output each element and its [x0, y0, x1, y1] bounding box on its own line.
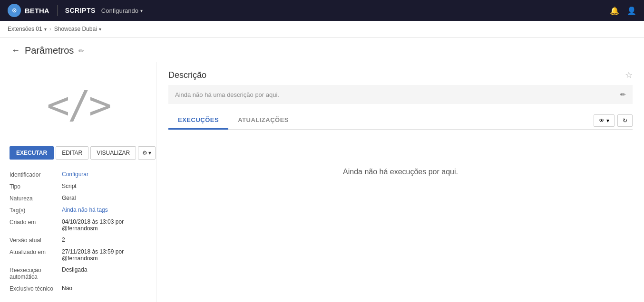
metadata-value-atualizado: 27/11/2018 às 13:59 por @fernandosm	[62, 248, 147, 262]
action-buttons: EXECUTAR EDITAR VISUALIZAR ⚙ ▾	[10, 146, 147, 160]
topbar: ⊙ BETHA SCRIPTS Configurando ▾ 🔔 👤	[0, 0, 644, 21]
tabs: EXECUÇÕES ATUALIZAÇÕES	[168, 112, 298, 129]
metadata-label-identificador: Identificador	[10, 171, 62, 178]
metadata-table: Identificador Configurar Tipo Script Nat…	[10, 171, 147, 292]
tab-atualizacoes[interactable]: ATUALIZAÇÕES	[228, 112, 298, 130]
metadata-value-exclusivo: Não	[62, 285, 147, 292]
metadata-value-criado: 04/10/2018 às 13:03 por @fernandosm	[62, 218, 147, 232]
empty-executions-text: Ainda não há execuções por aqui.	[343, 168, 458, 176]
star-icon[interactable]: ☆	[625, 70, 633, 80]
refresh-button[interactable]: ↻	[617, 114, 633, 127]
script-icon-container: </>	[10, 74, 147, 137]
configurando-chevron: ▾	[140, 8, 143, 13]
metadata-label-versao: Versão atual	[10, 236, 62, 244]
notification-icon[interactable]: 🔔	[610, 6, 619, 15]
visualize-button[interactable]: VISUALIZAR	[90, 146, 136, 160]
metadata-value-reexecucao: Desligada	[62, 266, 147, 273]
metadata-row-criado: Criado em 04/10/2018 às 13:03 por @ferna…	[10, 218, 147, 232]
metadata-row-identificador: Identificador Configurar	[10, 171, 147, 178]
page-title-edit-icon[interactable]: ✏	[78, 47, 84, 55]
logo-text: BETHA	[25, 7, 49, 15]
topbar-divider	[57, 5, 58, 16]
metadata-row-reexecucao: Reexecução automática Desligada	[10, 266, 147, 280]
eye-icon: 👁	[599, 117, 605, 124]
page-header: ← Parâmetros ✏	[0, 38, 644, 62]
metadata-label-criado: Criado em	[10, 218, 62, 226]
metadata-value-tags[interactable]: Ainda não há tags	[62, 207, 147, 213]
metadata-label-exclusivo: Exclusivo técnico	[10, 285, 62, 292]
configurando-menu[interactable]: Configurando ▾	[101, 7, 143, 14]
script-code-icon: </>	[47, 83, 110, 127]
tab-execucoes[interactable]: EXECUÇÕES	[168, 112, 228, 130]
metadata-value-natureza: Geral	[62, 195, 147, 201]
empty-executions: Ainda não há execuções por aqui.	[168, 139, 633, 205]
logo: ⊙ BETHA	[8, 4, 49, 17]
description-header: Descrição ☆	[168, 70, 633, 80]
execute-button[interactable]: EXECUTAR	[10, 146, 54, 160]
description-box: Ainda não há uma descrição por aqui. ✏	[168, 85, 633, 104]
metadata-label-reexecucao: Reexecução automática	[10, 266, 62, 280]
edit-button[interactable]: EDITAR	[56, 146, 88, 160]
settings-chevron-icon: ▾	[148, 150, 151, 156]
topbar-right: 🔔 👤	[610, 6, 636, 15]
metadata-value-versao: 2	[62, 236, 147, 243]
description-title: Descrição	[168, 70, 206, 80]
breadcrumb-showcase-label: Showcase Dubai	[54, 26, 97, 32]
scripts-label: SCRIPTS	[65, 7, 96, 14]
metadata-row-atualizado: Atualizado em 27/11/2018 às 13:59 por @f…	[10, 248, 147, 262]
breadcrumb-extensoes-chevron: ▾	[44, 27, 47, 32]
description-empty-text: Ainda não há uma descrição por aqui.	[175, 91, 279, 98]
metadata-value-identificador[interactable]: Configurar	[62, 171, 147, 178]
metadata-row-tags: Tag(s) Ainda não há tags	[10, 207, 147, 214]
metadata-row-exclusivo: Exclusivo técnico Não	[10, 285, 147, 292]
breadcrumb: Extensões 01 ▾ › Showcase Dubai ▾	[0, 21, 644, 38]
eye-button[interactable]: 👁 ▾	[594, 114, 615, 127]
breadcrumb-separator: ›	[49, 26, 51, 32]
metadata-row-tipo: Tipo Script	[10, 183, 147, 190]
breadcrumb-item-showcase[interactable]: Showcase Dubai ▾	[54, 26, 101, 32]
eye-chevron: ▾	[606, 117, 609, 124]
metadata-row-versao: Versão atual 2	[10, 236, 147, 244]
tab-actions: 👁 ▾ ↻	[594, 114, 633, 127]
right-panel: Descrição ☆ Ainda não há uma descrição p…	[157, 62, 644, 302]
settings-gear-icon: ⚙	[142, 150, 147, 156]
metadata-value-tipo: Script	[62, 183, 147, 189]
metadata-label-natureza: Natureza	[10, 195, 62, 202]
user-icon[interactable]: 👤	[627, 6, 636, 15]
breadcrumb-item-extensoes[interactable]: Extensões 01 ▾	[8, 26, 47, 32]
metadata-label-tipo: Tipo	[10, 183, 62, 190]
page-title: Parâmetros	[25, 45, 74, 56]
tabs-row: EXECUÇÕES ATUALIZAÇÕES 👁 ▾ ↻	[168, 112, 633, 130]
metadata-label-atualizado: Atualizado em	[10, 248, 62, 255]
main-content: </> EXECUTAR EDITAR VISUALIZAR ⚙ ▾ Ident…	[0, 62, 644, 302]
logo-icon: ⊙	[8, 4, 21, 17]
breadcrumb-extensoes-label: Extensões 01	[8, 26, 42, 32]
configurando-label: Configurando	[101, 7, 138, 14]
metadata-row-natureza: Natureza Geral	[10, 195, 147, 202]
description-edit-icon[interactable]: ✏	[620, 91, 626, 98]
settings-button[interactable]: ⚙ ▾	[138, 146, 156, 160]
metadata-label-tags: Tag(s)	[10, 207, 62, 214]
refresh-icon: ↻	[623, 117, 627, 124]
back-button[interactable]: ←	[11, 46, 20, 56]
left-panel: </> EXECUTAR EDITAR VISUALIZAR ⚙ ▾ Ident…	[0, 62, 157, 302]
breadcrumb-showcase-chevron: ▾	[99, 27, 101, 32]
